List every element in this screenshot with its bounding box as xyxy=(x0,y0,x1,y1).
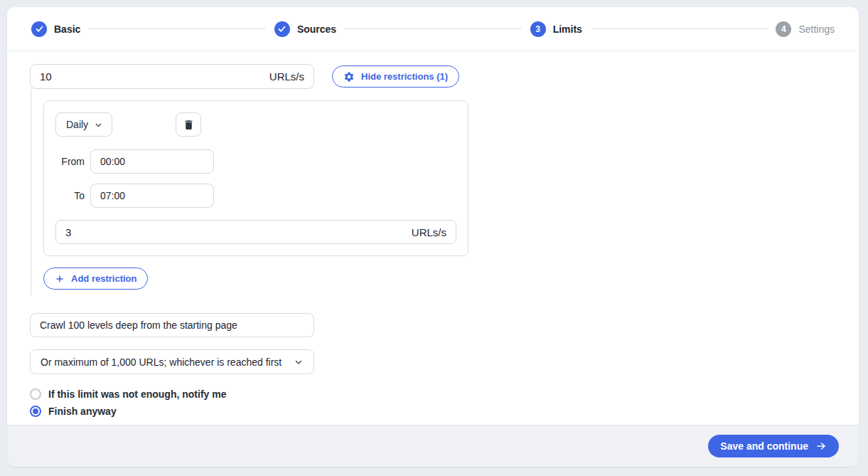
max-urls-select-value: Or maximum of 1,000 URLs; whichever is r… xyxy=(41,356,282,368)
from-label: From xyxy=(55,156,85,167)
radio-finish-anyway-label: Finish anyway xyxy=(48,406,117,417)
limits-form: URLs/s Hide restrictions (1) Daily xyxy=(7,51,859,425)
to-label: To xyxy=(55,190,85,201)
radio-notify-me-label: If this limit was not enough, notify me xyxy=(48,388,226,400)
crawl-rate-field: URLs/s xyxy=(30,64,314,89)
period-select[interactable]: Daily xyxy=(55,112,112,137)
add-restriction-button[interactable]: Add restriction xyxy=(43,268,148,290)
step-sources[interactable]: Sources xyxy=(274,21,336,37)
radio-finish-anyway[interactable]: Finish anyway xyxy=(30,403,836,420)
wizard-card: Basic Sources 3 Limits 4 Settings URLs/s xyxy=(7,7,859,467)
step-limits-label: Limits xyxy=(553,23,582,35)
step-basic-label: Basic xyxy=(54,23,80,35)
wizard-stepper: Basic Sources 3 Limits 4 Settings xyxy=(7,7,859,51)
to-time-input[interactable] xyxy=(90,184,214,208)
step-number-badge: 3 xyxy=(530,21,546,37)
from-time-input[interactable] xyxy=(90,149,214,174)
trash-icon xyxy=(183,119,195,131)
restriction-rate-unit: URLs/s xyxy=(412,226,446,238)
step-basic[interactable]: Basic xyxy=(31,21,80,37)
crawl-rate-unit: URLs/s xyxy=(269,70,304,83)
step-connector xyxy=(345,28,522,29)
restrictions-group: Daily From To xyxy=(31,89,836,296)
restriction-rate-field: URLs/s xyxy=(55,220,456,244)
step-limits[interactable]: 3 Limits xyxy=(530,21,582,37)
step-sources-label: Sources xyxy=(297,23,336,35)
crawl-depth-input[interactable] xyxy=(30,313,314,337)
step-settings[interactable]: 4 Settings xyxy=(776,21,835,37)
crawl-rate-input[interactable] xyxy=(40,70,269,83)
max-urls-select[interactable]: Or maximum of 1,000 URLs; whichever is r… xyxy=(30,349,314,374)
arrow-right-icon xyxy=(815,440,827,452)
hide-restrictions-label: Hide restrictions (1) xyxy=(361,71,448,82)
step-settings-label: Settings xyxy=(798,23,835,35)
period-select-value: Daily xyxy=(66,119,88,130)
radio-checked-icon xyxy=(30,406,41,417)
radio-notify-me[interactable]: If this limit was not enough, notify me xyxy=(30,386,836,403)
check-icon xyxy=(274,21,290,37)
limit-behavior-radios: If this limit was not enough, notify me … xyxy=(30,386,836,420)
chevron-down-icon xyxy=(94,120,103,129)
check-icon xyxy=(31,21,47,37)
restriction-card: Daily From To xyxy=(43,100,468,256)
step-connector xyxy=(591,28,768,29)
save-and-continue-label: Save and continue xyxy=(720,440,808,452)
plus-icon xyxy=(55,274,65,284)
radio-unchecked-icon xyxy=(30,388,41,400)
gear-icon xyxy=(343,71,355,83)
wizard-footer: Save and continue xyxy=(7,425,859,467)
restriction-rate-input[interactable] xyxy=(65,226,412,238)
delete-restriction-button[interactable] xyxy=(176,112,201,137)
step-connector xyxy=(89,28,266,29)
save-and-continue-button[interactable]: Save and continue xyxy=(708,435,839,458)
step-number-badge: 4 xyxy=(776,21,791,37)
hide-restrictions-button[interactable]: Hide restrictions (1) xyxy=(332,65,459,88)
chevron-down-icon xyxy=(294,357,304,367)
add-restriction-label: Add restriction xyxy=(71,273,136,284)
